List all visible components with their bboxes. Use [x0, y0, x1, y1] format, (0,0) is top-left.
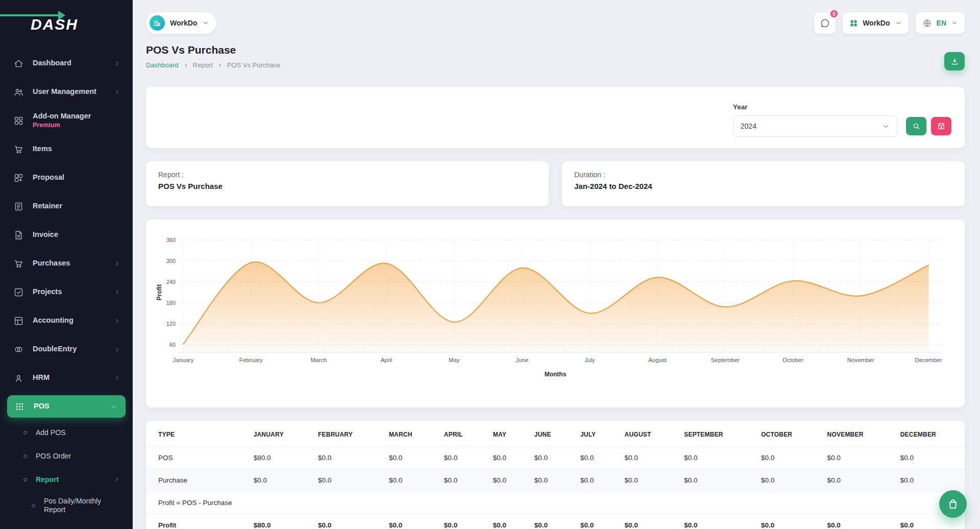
- chevron-right-icon: [113, 476, 120, 483]
- cart-fab-button[interactable]: [939, 490, 967, 518]
- calendar-x-icon: [937, 122, 945, 130]
- main-content: WorkDo 0 WorkDo: [133, 0, 980, 529]
- sidebar-item-projects[interactable]: Projects: [0, 278, 133, 306]
- column-header: FEBRUARY: [310, 423, 381, 447]
- retainer-doc-icon: [13, 201, 24, 212]
- sidebar-subitem-add-pos[interactable]: Add POS: [0, 421, 133, 444]
- check-square-icon: [13, 286, 24, 298]
- reset-button[interactable]: [931, 117, 951, 135]
- column-header: JANUARY: [246, 423, 310, 447]
- messages-button[interactable]: 0: [814, 12, 836, 34]
- sidebar-item-label: Invoice: [33, 230, 121, 239]
- sidebar-item-label: Purchases: [33, 259, 113, 268]
- sidebar-subitem-pos-order[interactable]: POS Order: [0, 444, 133, 468]
- sidebar-item-accounting[interactable]: Accounting: [0, 306, 133, 335]
- chevron-right-icon: [113, 60, 121, 67]
- ring-icon: [30, 502, 37, 510]
- chevron-right-icon: [113, 317, 121, 325]
- double-circles-icon: [13, 344, 24, 355]
- breadcrumb-report[interactable]: Report: [193, 61, 213, 69]
- search-button[interactable]: [906, 117, 926, 135]
- column-header: TYPE: [146, 423, 246, 447]
- svg-text:120: 120: [166, 321, 176, 327]
- app-logo[interactable]: DASH: [0, 0, 133, 49]
- ring-icon: [21, 452, 29, 460]
- cell-value: $0.0: [572, 514, 617, 529]
- sidebar-subitem-report[interactable]: Report: [0, 468, 133, 491]
- cell-value: $0.0: [676, 469, 753, 492]
- page-header: POS Vs Purchase Dashboard Report POS Vs …: [146, 44, 965, 70]
- breadcrumb-dashboard[interactable]: Dashboard: [146, 61, 179, 69]
- cell-value: $0.0: [617, 469, 676, 492]
- topbar: WorkDo 0 WorkDo: [146, 0, 965, 43]
- sidebar-item-label: Projects: [33, 287, 113, 296]
- chevron-right-icon: [183, 62, 189, 68]
- sidebar-item-doubleentry[interactable]: DoubleEntry: [0, 335, 133, 364]
- chart-x-axis-title: Months: [155, 371, 955, 378]
- sidebar-subitem-label: Add POS: [36, 428, 65, 437]
- sidebar-subitem-pos-daily-monthly-report[interactable]: Pos Daily/Monthly Report: [0, 491, 133, 520]
- sidebar-item-items[interactable]: Items: [0, 135, 133, 163]
- workspace-switcher[interactable]: WorkDo: [146, 12, 216, 34]
- duration-label: Duration :: [574, 171, 952, 179]
- chevron-right-icon: [217, 62, 223, 68]
- svg-text:180: 180: [166, 300, 176, 306]
- page-title: POS Vs Purchase: [146, 44, 280, 56]
- download-button[interactable]: [944, 52, 965, 70]
- cell-value: $0.0: [381, 469, 436, 492]
- cell-value: $0.0: [526, 514, 572, 529]
- cell-value: $0.0: [753, 514, 819, 529]
- sidebar-item-label: User Management: [33, 87, 113, 96]
- sidebar-item-retainer[interactable]: Retainer: [0, 192, 133, 221]
- report-card: Report : POS Vs Purchase: [146, 161, 549, 206]
- logo-text: DASH: [31, 16, 78, 33]
- svg-text:October: October: [782, 357, 803, 363]
- cell-value: $0.0: [572, 469, 617, 492]
- language-selector[interactable]: EN: [916, 12, 965, 34]
- cell-value: $0.0: [753, 469, 819, 492]
- cell-value: $0.0: [617, 514, 676, 529]
- table-row: Purchase$0.0$0.0$0.0$0.0$0.0$0.0$0.0$0.0…: [146, 469, 965, 492]
- cell-value: $0.0: [526, 447, 572, 469]
- sidebar-item-invoice[interactable]: Invoice: [0, 221, 133, 249]
- sidebar-item-dashboard[interactable]: Dashboard: [0, 49, 133, 78]
- person-icon: [13, 372, 24, 383]
- sidebar-item-pos[interactable]: POS: [7, 395, 126, 418]
- year-label: Year: [733, 103, 897, 111]
- profit-formula-note: Profit = POS - Purchase: [146, 492, 965, 514]
- sidebar-item-hrm[interactable]: HRM: [0, 364, 133, 392]
- svg-text:January: January: [173, 357, 194, 363]
- year-select[interactable]: 2024: [733, 115, 897, 137]
- cart-icon: [13, 258, 24, 269]
- svg-text:300: 300: [166, 258, 176, 264]
- report-table: TYPEJANUARYFEBRUARYMARCHAPRILMAYJUNEJULY…: [146, 423, 965, 529]
- report-value: POS Vs Purchase: [158, 182, 536, 190]
- cell-value: $80.0: [246, 514, 310, 529]
- sidebar-item-user-management[interactable]: User Management: [0, 78, 133, 106]
- workdo-menu-button[interactable]: WorkDo: [843, 12, 908, 34]
- sidebar-item-label: Proposal: [33, 173, 121, 182]
- chevron-down-icon: [882, 123, 890, 130]
- column-header: JULY: [572, 423, 617, 447]
- summary-cards: Report : POS Vs Purchase Duration : Jan-…: [146, 161, 965, 206]
- search-icon: [912, 122, 920, 130]
- profit-row: Profit$80.0$0.0$0.0$0.0$0.0$0.0$0.0$0.0$…: [146, 514, 965, 529]
- chevron-down-icon: [951, 19, 958, 27]
- cell-value: $0.0: [436, 514, 485, 529]
- svg-text:60: 60: [169, 342, 176, 348]
- cart-icon: [13, 143, 24, 155]
- svg-text:April: April: [381, 357, 393, 363]
- cell-value: $0.0: [892, 469, 965, 492]
- report-table-card: TYPEJANUARYFEBRUARYMARCHAPRILMAYJUNEJULY…: [146, 421, 965, 529]
- sidebar-item-add-on-manager[interactable]: Add-on ManagerPremium: [0, 106, 133, 135]
- sidebar-item-proposal[interactable]: Proposal: [0, 163, 133, 192]
- sidebar-item-purchases[interactable]: Purchases: [0, 249, 133, 278]
- grid-icon: [849, 19, 858, 28]
- svg-text:July: July: [584, 357, 595, 363]
- report-label: Report :: [158, 171, 536, 179]
- column-header: MARCH: [381, 423, 436, 447]
- cell-value: $0.0: [485, 469, 526, 492]
- chevron-right-icon: [113, 88, 121, 96]
- proposal-grid-icon: [13, 172, 24, 183]
- chevron-right-icon: [113, 288, 121, 296]
